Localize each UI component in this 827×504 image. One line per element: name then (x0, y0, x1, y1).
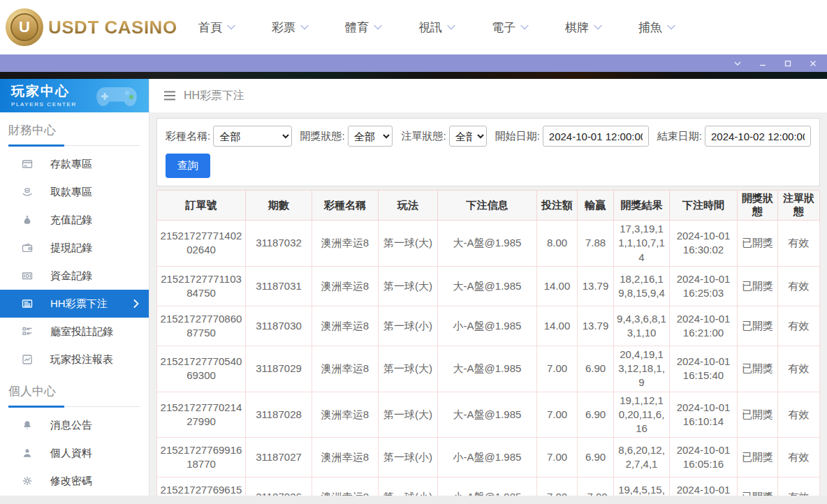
nav-item-lottery[interactable]: 彩票 (272, 20, 309, 36)
column-header-period: 期數 (246, 191, 312, 221)
start-date-input[interactable] (543, 126, 649, 147)
sidebar-item-label: 玩家投注報表 (50, 353, 113, 366)
chevron-down-icon (447, 24, 455, 30)
column-header-play-type: 玩法 (379, 191, 438, 221)
cell-period: 31187027 (246, 438, 312, 477)
sidebar-item-announcements[interactable]: 消息公告 (0, 411, 149, 439)
query-button[interactable]: 查詢 (166, 154, 210, 178)
nav-item-slots[interactable]: 電子 (492, 20, 529, 36)
order-status-label: 注單狀態: (401, 130, 446, 143)
cell-play-type: 第一球(小) (379, 306, 438, 346)
chevron-down-icon (227, 24, 235, 30)
cell-bet-info: 大-A盤@1.985 (438, 221, 537, 267)
sidebar-item-label: 修改密碼 (50, 475, 92, 488)
cell-bet-info: 大-A盤@1.985 (438, 392, 537, 438)
window-maximize-button[interactable] (784, 59, 792, 68)
bell-icon (22, 420, 33, 431)
cell-period: 31187029 (246, 346, 312, 392)
sidebar-item-hh-lottery-bets[interactable]: HH彩票下注 (0, 290, 149, 318)
cell-draw-result: 9,4,3,6,8,13,1,10 (614, 306, 670, 346)
column-header-draw-result: 開獎結果 (614, 191, 670, 221)
cell-bet-amount: 7.00 (537, 438, 578, 477)
cell-order-no: 2152172777140202640 (157, 221, 246, 267)
end-date-input[interactable] (705, 126, 811, 147)
cell-period: 31187031 (246, 266, 312, 306)
sidebar-item-room-bet-record[interactable]: 廳室投註記錄 (0, 318, 149, 346)
nav-item-label: 首頁 (198, 20, 222, 36)
cell-order-status: 有效 (778, 221, 820, 267)
table-row: 215217277708608775031187030澳洲幸运8第一球(小)小-… (157, 306, 820, 346)
draw-status-select[interactable]: 全部 (348, 126, 393, 147)
sidebar-item-label: 個人資料 (50, 447, 92, 460)
window-chevron-down-button[interactable] (733, 59, 742, 68)
cell-draw-result: 8,6,20,12,2,7,4,1 (614, 438, 670, 477)
sidebar-item-label: 廳室投註記錄 (50, 325, 113, 339)
cell-lottery-name: 澳洲幸运8 (312, 392, 379, 438)
breadcrumb: HH彩票下注 (149, 79, 827, 112)
cell-bet-time: 2024-10-01 16:15:40 (670, 346, 738, 392)
cell-order-no: 2152172777021427990 (157, 392, 246, 438)
cell-draw-status: 已開獎 (738, 346, 778, 392)
brand-logo[interactable]: U USDT CASINO (6, 8, 165, 46)
nav-item-home[interactable]: 首頁 (198, 20, 235, 36)
sidebar-item-change-password[interactable]: 修改密碼 (0, 467, 149, 495)
chevron-down-icon (594, 24, 602, 30)
cell-lottery-name: 澳洲幸运8 (312, 221, 379, 267)
window-close-button[interactable] (809, 59, 817, 68)
cell-win-loss: 6.90 (578, 392, 614, 438)
orders-table: 訂單號期數彩種名稱玩法下注信息投注額輸贏開獎結果下注時間開獎狀態注單狀態 215… (156, 190, 820, 504)
lottery-name-label: 彩種名稱: (166, 130, 210, 143)
cell-order-status: 有效 (778, 392, 820, 438)
cell-period: 31187032 (246, 221, 312, 267)
cell-draw-result: 19,1,12,10,20,11,6,16 (614, 392, 670, 438)
sidebar-item-player-report[interactable]: 玩家投注報表 (0, 346, 149, 373)
sidebar-item-profile[interactable]: 個人資料 (0, 439, 149, 467)
nav-item-label: 視訊 (418, 20, 442, 36)
cell-draw-result: 20,4,19,13,12,18,1,9 (614, 346, 670, 392)
window-minimize-button[interactable] (759, 59, 767, 68)
cell-order-no: 2152172777110384750 (157, 266, 246, 306)
ticket-icon (22, 298, 33, 309)
table-header-row: 訂單號期數彩種名稱玩法下注信息投注額輸贏開獎結果下注時間開獎狀態注單狀態 (157, 191, 820, 221)
nav-item-video[interactable]: 視訊 (418, 20, 455, 36)
section-divider (8, 145, 140, 146)
sidebar-header: 玩家中心 PLAYERS CENTER (0, 79, 149, 112)
sidebar-item-funds-record[interactable]: 資金記錄 (0, 262, 149, 290)
cell-win-loss: 7.88 (578, 221, 614, 267)
cell-order-status: 有效 (778, 346, 820, 392)
sidebar-item-withdraw-record[interactable]: 提現記錄 (0, 234, 149, 262)
cell-play-type: 第一球(大) (379, 266, 438, 306)
nav-item-cards[interactable]: 棋牌 (565, 20, 602, 36)
sidebar-item-recharge-record[interactable]: 充值記錄 (0, 206, 149, 234)
cell-play-type: 第一球(小) (379, 438, 438, 477)
cell-lottery-name: 澳洲幸运8 (312, 266, 379, 306)
order-status-select[interactable]: 全部 (449, 126, 487, 147)
nav-item-fishing[interactable]: 捕魚 (638, 20, 675, 36)
cell-bet-time: 2024-10-01 16:30:02 (670, 221, 738, 267)
nav-item-label: 體育 (345, 20, 369, 36)
column-header-draw-status: 開獎狀態 (738, 191, 778, 221)
report-chart-icon (22, 354, 33, 365)
cell-bet-amount: 14.00 (537, 306, 578, 346)
gear-icon (22, 475, 33, 487)
menu-toggle-icon[interactable] (163, 91, 176, 101)
horizontal-scrollbar-track[interactable] (0, 496, 827, 504)
cell-play-type: 第一球(大) (379, 392, 438, 438)
cell-bet-info: 大-A盤@1.985 (438, 346, 537, 392)
cell-order-status: 有效 (778, 306, 820, 346)
nav-item-label: 棋牌 (565, 20, 589, 36)
sidebar-item-deposit-area[interactable]: 存款專區 (0, 150, 149, 178)
cell-bet-amount: 7.00 (537, 346, 578, 392)
nav-item-sports[interactable]: 體育 (345, 20, 382, 36)
cell-draw-result: 18,2,16,19,8,15,9,4 (614, 266, 670, 306)
chevron-down-icon (374, 24, 382, 30)
cell-win-loss: 13.79 (578, 266, 614, 306)
cell-period: 31187028 (246, 392, 312, 438)
table-row: 215217277711038475031187031澳洲幸运8第一球(大)大-… (157, 266, 820, 306)
column-header-bet-time: 下注時間 (670, 191, 738, 221)
cell-bet-amount: 7.00 (537, 392, 578, 438)
lottery-name-select[interactable]: 全部 (213, 126, 291, 147)
cell-draw-status: 已開獎 (738, 266, 778, 306)
sidebar-item-withdraw-area[interactable]: 取款專區 (0, 178, 149, 206)
sidebar-item-label: 資金記錄 (50, 269, 92, 283)
